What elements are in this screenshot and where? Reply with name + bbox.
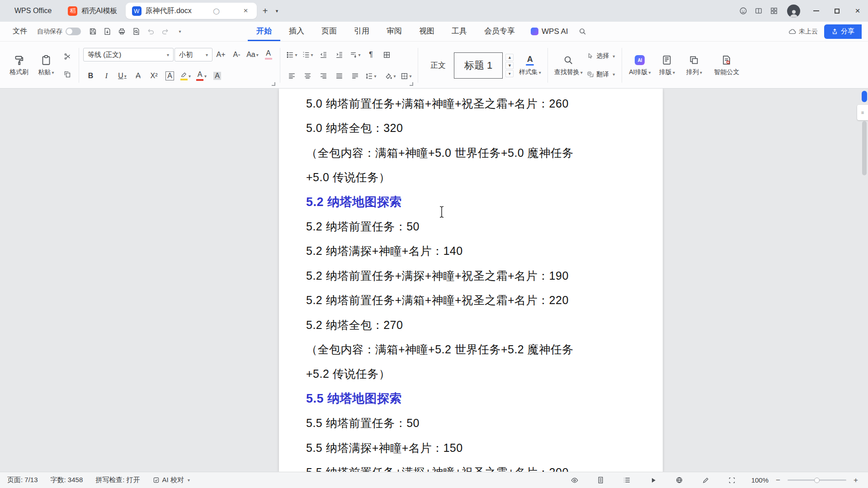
font-size-select[interactable]: 小初▾ <box>175 48 212 61</box>
document-line[interactable]: 5.2 纳塔地图探索 <box>306 190 636 214</box>
char-shading-button[interactable]: A <box>210 69 225 83</box>
bold-button[interactable]: B <box>83 69 98 83</box>
ai-layout-button[interactable]: AI AI排版▾ <box>626 44 653 86</box>
autosave-toggle[interactable] <box>66 28 81 35</box>
align-left-button[interactable] <box>284 69 299 83</box>
history-chevron-icon[interactable]: ▾ <box>172 25 187 38</box>
ribbon-tab[interactable]: 引用 <box>345 22 378 41</box>
font-dialog-launcher-icon[interactable] <box>272 82 275 86</box>
tab-close-icon[interactable]: × <box>241 6 250 15</box>
document-line[interactable]: 5.5 纳塔前置任务：50 <box>306 411 636 435</box>
ai-proof-button[interactable]: AI 校对▾ <box>153 476 190 484</box>
paragraph-dialog-launcher-icon[interactable] <box>410 82 413 86</box>
style-heading1[interactable]: 标题 1 <box>454 52 503 79</box>
save-icon[interactable] <box>85 25 100 38</box>
document-line[interactable]: 5.5 纳塔地图探索 <box>306 386 636 411</box>
assistant-icon[interactable] <box>736 4 751 18</box>
tab-wps-ai[interactable]: WPS AI <box>524 27 576 36</box>
apps-grid-icon[interactable] <box>766 4 782 18</box>
show-marks-button[interactable]: ¶ <box>363 48 378 62</box>
document-line[interactable]: +5.2 传说任务） <box>306 361 636 386</box>
decrease-font-button[interactable]: A- <box>229 48 244 62</box>
document-line[interactable]: （全包内容：满箱+神瞳+5.0 世界任务+5.0 魔神任务 <box>306 141 636 165</box>
increase-font-button[interactable]: A+ <box>213 48 228 62</box>
distribute-button[interactable] <box>348 69 363 83</box>
shading-button[interactable]: ▾ <box>383 69 398 83</box>
zoom-slider-thumb[interactable] <box>814 478 820 483</box>
user-avatar[interactable] <box>787 5 800 18</box>
copy-button[interactable] <box>60 67 75 81</box>
char-border-button[interactable]: A <box>162 69 177 83</box>
document-line[interactable]: （全包内容：满箱+神瞳+5.2 世界任务+5.2 魔神任务 <box>306 337 636 361</box>
print-icon[interactable] <box>114 25 129 38</box>
zoom-out-button[interactable]: − <box>773 476 783 485</box>
page-view-icon[interactable] <box>594 474 608 486</box>
font-name-select[interactable]: 等线 (正文)▾ <box>83 48 174 61</box>
document-line[interactable]: 5.2 纳塔满探+神瞳+名片：140 <box>306 239 636 263</box>
style-normal[interactable]: 正文 <box>422 52 454 79</box>
document-line[interactable]: 5.2 纳塔前置任务+满箱+神瞳+祝圣之霜+名片：220 <box>306 288 636 312</box>
scroll-bookmark[interactable] <box>862 91 867 102</box>
numbered-list-button[interactable]: ▾ <box>300 48 315 62</box>
autosave-control[interactable]: 自动保存 <box>37 28 81 36</box>
new-tab-button[interactable]: + <box>259 4 272 18</box>
vertical-scrollbar-thumb[interactable] <box>862 121 867 175</box>
zoom-in-button[interactable]: + <box>851 476 861 485</box>
page-indicator[interactable]: 页面: 7/13 <box>7 476 38 484</box>
ribbon-search-icon[interactable] <box>576 25 590 38</box>
ribbon-tab[interactable]: 开始 <box>248 22 280 41</box>
minimize-button[interactable] <box>806 0 826 22</box>
outline-view-icon[interactable] <box>620 474 634 486</box>
maximize-button[interactable] <box>826 0 847 22</box>
decrease-indent-button[interactable] <box>316 48 331 62</box>
spellcheck-status[interactable]: 拼写检查: 打开 <box>95 476 140 484</box>
select-button[interactable]: 选择▾ <box>585 49 618 63</box>
export-icon[interactable] <box>100 25 114 38</box>
app-home-button[interactable]: WPS Office <box>5 7 61 15</box>
ribbon-tab[interactable]: 视图 <box>410 22 443 41</box>
redo-icon[interactable] <box>158 25 172 38</box>
style-scroll-down-icon[interactable]: ▼ <box>505 62 514 69</box>
style-scroll-up-icon[interactable]: ▲ <box>505 54 514 61</box>
tab-docer-templates[interactable]: 稻 稻壳AI模板 <box>61 3 123 19</box>
document-line[interactable]: +5.0 传说任务） <box>306 165 636 189</box>
document-page[interactable]: 5.0 纳塔前置任务+满箱+神瞳+祝圣之霜+名片：260 5.0 纳塔全包：32… <box>279 89 663 472</box>
clear-format-button[interactable]: A <box>261 48 276 62</box>
cut-button[interactable] <box>60 50 75 64</box>
zoom-level[interactable]: 100% <box>751 476 769 484</box>
close-button[interactable]: × <box>847 0 868 22</box>
style-set-button[interactable]: A 样式集▾ <box>516 54 543 76</box>
document-line[interactable]: 5.2 纳塔前置任务：50 <box>306 214 636 239</box>
tab-session-icon[interactable]: ◯ <box>212 8 221 14</box>
borders-button[interactable]: ▾ <box>399 69 414 83</box>
change-case-button[interactable]: Aa▾ <box>245 48 260 62</box>
align-center-button[interactable] <box>300 69 315 83</box>
web-layout-icon[interactable] <box>673 474 686 486</box>
share-button[interactable]: 分享 <box>824 24 862 39</box>
underline-button[interactable]: U▾ <box>115 69 130 83</box>
fullscreen-play-icon[interactable] <box>646 474 660 486</box>
document-line[interactable]: 5.5 纳塔满探+神瞳+名片：150 <box>306 436 636 460</box>
translate-button[interactable]: 翻译▾ <box>585 68 618 81</box>
word-count[interactable]: 字数: 3458 <box>51 476 83 484</box>
smart-doc-button[interactable]: 智能公文 <box>708 44 745 86</box>
file-menu-button[interactable]: 文件 <box>6 27 33 36</box>
layout-button[interactable]: 排版▾ <box>653 44 680 86</box>
zoom-slider[interactable] <box>788 479 846 481</box>
window-layout-icon[interactable] <box>751 4 766 18</box>
text-direction-button[interactable]: ▾ <box>348 48 363 62</box>
tab-document[interactable]: W 原神代肝.docx ◯ × <box>126 3 257 19</box>
superscript-button[interactable]: X² <box>146 69 161 83</box>
focus-mode-icon[interactable] <box>725 474 739 486</box>
arrange-button[interactable]: 排列▾ <box>680 44 708 86</box>
font-color-button[interactable]: A ▾ <box>194 69 209 83</box>
justify-button[interactable] <box>332 69 347 83</box>
highlight-button[interactable]: ▾ <box>178 69 193 83</box>
tab-list-chevron-icon[interactable]: ▾ <box>272 4 282 18</box>
document-line[interactable]: 5.5 纳塔前置任务+满探+神瞳+祝圣之霜+名片：200 <box>306 460 636 472</box>
italic-button[interactable]: I <box>99 69 114 83</box>
line-spacing-button[interactable]: ▾ <box>363 69 378 83</box>
document-line[interactable]: 5.2 纳塔全包：270 <box>306 313 636 337</box>
document-line[interactable]: 5.0 纳塔前置任务+满箱+神瞳+祝圣之霜+名片：260 <box>306 91 636 116</box>
increase-indent-button[interactable] <box>332 48 347 62</box>
